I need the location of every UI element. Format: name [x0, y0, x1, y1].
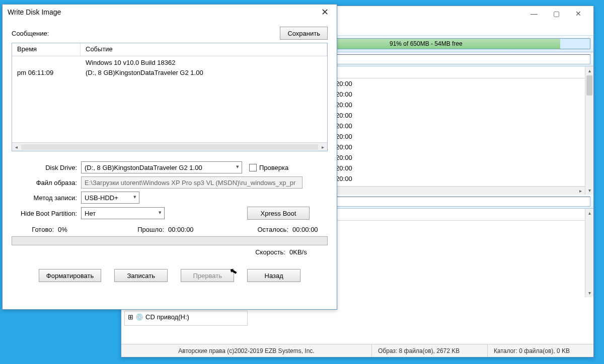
disk-drive-value: (D:, 8 GB)KingstonDataTraveler G2 1.00 — [85, 164, 202, 171]
status-copyright: Авторские права (c)2002-2019 EZB Systems… — [121, 344, 372, 357]
cell-date: 2008-04-15 20:00 — [296, 90, 593, 98]
status-catalog-info: Каталог: 0 файла(ов), 0 KB — [488, 344, 593, 357]
usage-text: 91% of 650MB - 54MB free — [390, 40, 463, 47]
col-date2[interactable]: Дата/Время — [296, 209, 593, 220]
scroll-down-icon[interactable]: ▾ — [585, 186, 593, 195]
dialog-close-button[interactable]: ✕ — [318, 7, 332, 18]
abort-button: Прервать — [181, 269, 234, 282]
elapsed-value: 00:00:00 — [168, 226, 208, 233]
speed-label: Скорость: — [249, 248, 289, 256]
write-method-select[interactable]: USB-HDD+ — [81, 192, 139, 204]
write-disk-image-dialog: Write Disk Image ✕ Сообщение: Сохранить … — [2, 4, 337, 310]
cell-date: 2008-04-15 20:00 — [296, 133, 593, 140]
xpress-boot-button[interactable]: Xpress Boot — [247, 207, 310, 220]
message-label: Сообщение: — [12, 30, 280, 37]
col-event[interactable]: Событие — [81, 43, 327, 56]
maximize-button[interactable]: ▢ — [545, 7, 567, 21]
scroll-right-icon[interactable]: ▸ — [576, 188, 585, 194]
hide-boot-value: Нет — [85, 210, 96, 217]
expand-icon[interactable]: ⊞ — [128, 313, 133, 321]
cell-date: 2008-04-15 20:00 — [296, 101, 593, 109]
scroll-up-icon[interactable]: ▴ — [585, 209, 593, 217]
save-button[interactable]: Сохранить — [280, 27, 328, 40]
verify-checkbox[interactable] — [249, 164, 257, 171]
progress-bar — [12, 236, 328, 245]
dialog-titlebar[interactable]: Write Disk Image ✕ — [3, 5, 337, 20]
image-file-label: Файл образа: — [12, 179, 81, 187]
scroll-left-icon[interactable]: ◂ — [12, 144, 21, 150]
message-rows: Windows 10 v10.0 Build 18362pm 06:11:09(… — [12, 56, 327, 78]
dialog-title: Write Disk Image — [8, 8, 318, 16]
close-button[interactable]: ✕ — [567, 7, 589, 21]
cell-date: 2008-04-15 20:00 — [296, 143, 593, 151]
cell-date: 2008-04-15 20:00 — [296, 122, 593, 130]
vertical-scrollbar-lower[interactable]: ▴ ▾ — [585, 209, 593, 297]
cell-event: Windows 10 v10.0 Build 18362 — [81, 59, 327, 66]
cell-time: pm 06:11:09 — [12, 69, 81, 76]
image-file-field[interactable]: E:\Загрузки utorent\Windows XP Pro sp3 V… — [81, 176, 303, 189]
elapsed-label: Прошло: — [132, 226, 168, 233]
col-date[interactable]: Дата/Время — [296, 66, 593, 78]
message-hscroll[interactable]: ◂ ▸ — [12, 142, 327, 151]
image-file-value: E:\Загрузки utorent\Windows XP Pro sp3 V… — [85, 179, 295, 187]
tree-item-label: CD привод(H:) — [145, 313, 189, 321]
message-row: Windows 10 v10.0 Build 18362 — [12, 57, 327, 67]
minimize-button[interactable]: — — [523, 7, 545, 21]
scroll-track[interactable] — [21, 144, 318, 150]
message-row: pm 06:11:09(D:, 8 GB)KingstonDataTravele… — [12, 67, 327, 77]
ready-value: 0% — [58, 226, 88, 233]
tree-panel: ⊞ 💿 CD привод(H:) — [124, 311, 248, 326]
message-box: Время Событие Windows 10 v10.0 Build 183… — [12, 43, 328, 151]
cell-date: 2008-04-15 20:00 — [296, 112, 593, 119]
cell-date: 2008-04-15 20:00 — [296, 175, 593, 183]
ready-label: Готово: — [12, 226, 58, 233]
write-button[interactable]: Записать — [114, 269, 168, 282]
disk-drive-select[interactable]: (D:, 8 GB)KingstonDataTraveler G2 1.00 — [81, 161, 242, 173]
scroll-down-icon[interactable]: ▾ — [585, 289, 593, 297]
cell-date: 2008-04-15 20:00 — [296, 80, 593, 87]
status-bar: Авторские права (c)2002-2019 EZB Systems… — [121, 344, 593, 357]
tree-item-cd-drive[interactable]: ⊞ 💿 CD привод(H:) — [128, 313, 244, 321]
col-time[interactable]: Время — [12, 43, 81, 56]
back-button[interactable]: Назад — [247, 269, 300, 282]
scroll-right-icon[interactable]: ▸ — [319, 144, 327, 150]
verify-label: Проверка — [259, 164, 288, 171]
cell-event: (D:, 8 GB)KingstonDataTraveler G2 1.00 — [81, 69, 327, 76]
message-header: Время Событие — [12, 43, 327, 56]
drive-icon: 💿 — [135, 313, 143, 321]
vertical-scrollbar[interactable]: ▴ ▾ — [585, 66, 593, 195]
hide-boot-label: Hide Boot Partition: — [12, 210, 81, 217]
write-method-label: Метод записи: — [12, 194, 81, 202]
write-method-value: USB-HDD+ — [85, 194, 118, 202]
format-button[interactable]: Форматировать — [39, 269, 101, 282]
hide-boot-select[interactable]: Нет — [81, 207, 165, 219]
status-image-info: Образ: 8 файла(ов), 2672 KB — [372, 344, 488, 357]
scroll-up-icon[interactable]: ▴ — [585, 66, 593, 75]
remaining-label: Осталось: — [252, 226, 292, 233]
cell-date: 2008-04-15 20:00 — [296, 164, 593, 172]
remaining-value: 00:00:00 — [292, 226, 328, 233]
cell-date: 2008-04-15 20:00 — [296, 154, 593, 161]
scroll-thumb[interactable] — [586, 75, 592, 96]
speed-value: 0KB/s — [289, 248, 325, 256]
disk-drive-label: Disk Drive: — [12, 164, 81, 171]
